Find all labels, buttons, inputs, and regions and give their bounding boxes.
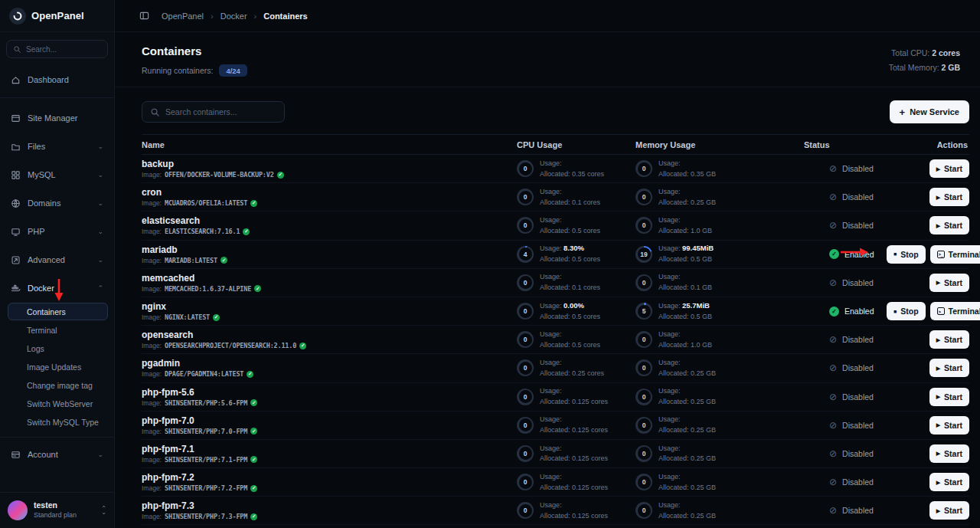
sidebar-subitem-switch-webserver[interactable]: Switch WebServer [8,395,108,412]
disabled-icon: ⊘ [829,477,837,487]
cpu-usage-cell: 0 Usage: Allocated: 0.125 cores [517,443,635,465]
memory-allocated-value: 1.0 GB [691,227,712,234]
containers-search[interactable] [142,101,285,123]
cpu-usage-cell: 0 Usage: Allocated: 0.125 cores [517,500,635,522]
memory-gauge: 0 [635,502,652,519]
sidebar-item-mysql[interactable]: MySQL⌄ [6,164,108,185]
containers-table-body: backup Image: OFFEN/DOCKER-VOLUME-BACKUP… [142,155,969,525]
memory-allocated-value: 0.25 GB [691,512,716,520]
image-label: Image: [142,199,162,207]
sidebar-subitem-logs[interactable]: Logs [8,339,108,357]
start-button[interactable]: ▶Start [929,388,969,406]
allocated-label: Allocated: [540,255,570,263]
image-label: Image: [142,456,162,464]
sidebar-item-files[interactable]: Files⌄ [6,136,108,157]
table-row: php-fpm-7.3 Image: SHINSENTER/PHP:7.3-FP… [142,497,969,525]
allocated-label: Allocated: [658,284,689,291]
breadcrumb-item[interactable]: OpenPanel [162,11,204,21]
breadcrumb-item[interactable]: Docker [220,11,247,21]
cpu-gauge-value: 0 [519,447,532,460]
sidebar-subitem-label: Change image tag [27,381,93,390]
start-button[interactable]: ▶Start [929,359,969,377]
column-header-name: Name [142,140,517,149]
sidebar-item-docker[interactable]: Docker⌃ [6,277,108,299]
actions-cell: ■Stop>_Terminal [887,245,980,264]
actions-cell: ▶Start [887,216,969,234]
usage-label: Usage: [540,387,562,395]
stop-button[interactable]: ■Stop [887,245,926,264]
sidebar-subitem-switch-mysql-type[interactable]: Switch MySQL Type [8,413,108,431]
new-service-label: New Service [910,107,959,116]
usage-label: Usage: [540,273,562,280]
cpu-usage-value: 0.00% [564,301,584,310]
status-label: Disabled [842,335,874,344]
stop-button[interactable]: ■Stop [887,302,926,320]
name-cell: pgadmin Image: DPAGE/PGADMIN4:LATEST ✓ [142,358,517,378]
cpu-usage-text: Usage: Allocated: 0.125 cores [540,500,608,522]
memory-usage-text: Usage: Allocated: 0.25 GB [658,471,716,494]
toolbar: + New Service [115,87,980,134]
image-label: Image: [142,313,162,321]
allocated-label: Allocated: [540,426,570,434]
image-value: SHINSENTER/PHP:5.6-FPM [165,399,247,407]
memory-usage-text: Usage: Allocated: 0.25 GB [658,414,716,436]
start-button[interactable]: ▶Start [929,444,969,463]
sidebar-item-dashboard[interactable]: Dashboard [6,69,108,90]
name-cell: nginx Image: NGINX:LATEST ✓ [142,301,517,321]
sidebar-item-account[interactable]: Account ⌄ [6,444,108,465]
cpu-allocated-value: 0.5 cores [572,255,600,263]
sidebar-item-domains[interactable]: Domains⌄ [6,192,108,214]
name-cell: mariadb Image: MARIADB:LATEST ✓ [142,244,517,264]
start-button[interactable]: ▶Start [929,416,969,435]
new-service-button[interactable]: + New Service [890,100,969,123]
image-verified-icon: ✓ [250,399,257,406]
terminal-button[interactable]: >_Terminal [930,302,980,320]
terminal-button[interactable]: >_Terminal [930,245,980,264]
status-cell: ⊘ Disabled [804,392,887,402]
name-cell: memcached Image: MEMCACHED:1.6.37-ALPINE… [142,273,517,293]
container-image: Image: SHINSENTER/PHP:7.3-FPM ✓ [142,513,517,520]
sidebar-subitem-containers[interactable]: Containers [8,303,108,320]
start-button[interactable]: ▶Start [929,216,969,234]
start-button[interactable]: ▶Start [929,274,969,292]
start-button[interactable]: ▶Start [929,188,969,206]
sidebar-subitem-change-image-tag[interactable]: Change image tag [8,376,108,394]
chevron-down-icon: ⌄ [97,200,103,207]
start-button[interactable]: ▶Start [929,473,969,491]
actions-cell: ▶Start [887,188,969,206]
sidebar-item-label: PHP [28,227,90,236]
container-image: Image: MEMCACHED:1.6.37-ALPINE ✓ [142,285,517,293]
sidebar-item-php[interactable]: PHP⌄ [6,221,108,242]
memory-gauge: 0 [635,217,652,234]
sidebar-search-input[interactable] [26,45,101,54]
action-button-label: Start [944,278,962,287]
disabled-icon: ⊘ [829,192,837,202]
sidebar-item-site-manager[interactable]: Site Manager [6,107,108,129]
sidebar-item-advanced[interactable]: Advanced⌄ [6,249,108,271]
cpu-usage-text: Usage: Allocated: 0.25 cores [540,357,604,379]
memory-usage-text: Usage: Allocated: 0.25 GB [658,186,716,208]
breadcrumb-item-current[interactable]: Containers [263,11,307,21]
sidebar-subitem-terminal[interactable]: Terminal [8,321,108,339]
logo[interactable]: OpenPanel [0,0,114,32]
status-label: Disabled [842,164,874,173]
main-content: OpenPanel › Docker › Containers Containe… [115,0,980,528]
image-value: MARIADB:LATEST [165,257,217,264]
action-button-label: Terminal [949,307,980,316]
image-verified-icon: ✓ [250,485,257,492]
cpu-usage-text: Usage: Allocated: 0.125 cores [540,414,608,436]
status-label: Disabled [842,363,874,372]
user-menu[interactable]: testen Standard plan ⌃ ⌄ [0,492,114,528]
allocated-label: Allocated: [540,341,570,349]
sidebar-search[interactable] [6,40,108,58]
sidebar-subitem-image-updates[interactable]: Image Updates [8,358,108,376]
name-cell: opensearch Image: OPENSEARCHPROJECT/OPEN… [142,330,517,349]
cpu-allocated-value: 0.35 cores [572,170,604,178]
start-button[interactable]: ▶Start [929,330,969,349]
sidebar-toggle-icon[interactable] [139,11,149,21]
start-button[interactable]: ▶Start [929,501,969,520]
container-name: php-fpm-7.0 [142,415,517,427]
containers-search-input[interactable] [165,107,276,116]
docker-submenu: ContainersTerminalLogsImage UpdatesChang… [6,303,108,431]
start-button[interactable]: ▶Start [929,159,969,178]
